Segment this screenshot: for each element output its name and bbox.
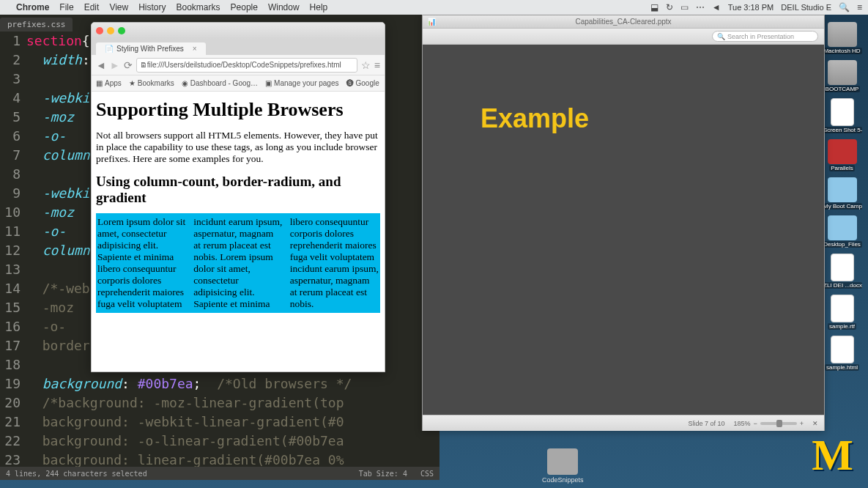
powerpoint-window: 📊 Capabilities_CA-Cleared.pptx 🔍 Search … xyxy=(422,15,825,431)
desktop-item[interactable]: Screen Shot 5-... AM.png xyxy=(822,98,862,133)
status-tabsize[interactable]: Tab Size: 4 xyxy=(359,470,407,478)
zoom-out-button[interactable]: − xyxy=(753,420,757,427)
bookmark-item[interactable]: ◉ Dashboard - Goog… xyxy=(182,79,258,87)
ppt-search-input[interactable]: 🔍 Search in Presentation xyxy=(712,31,818,42)
red-icon xyxy=(828,139,857,164)
volume-icon[interactable]: ◄ xyxy=(712,2,721,12)
folder-icon xyxy=(547,448,578,475)
browser-tab[interactable]: 📄 Styling With Prefixes × xyxy=(96,42,206,55)
desktop-label: Screen Shot 5-... AM.png xyxy=(822,127,862,133)
desktop-label: sample.html xyxy=(825,364,859,371)
page-h1: Supporting Multiple Browsers xyxy=(96,99,380,121)
bookmark-item[interactable]: 🅖 Google xyxy=(346,79,379,87)
desktop-item[interactable]: sample.html xyxy=(822,336,862,371)
tab-close-icon[interactable]: × xyxy=(193,45,197,53)
close-pane-icon[interactable]: ✕ xyxy=(812,420,818,427)
editor-tab[interactable]: prefixes.css xyxy=(0,18,73,32)
chrome-titlebar[interactable] xyxy=(92,23,385,39)
status-selection: 4 lines, 244 characters selected xyxy=(6,470,147,478)
url-text: file:///Users/deilstudioe/Desktop/CodeSn… xyxy=(147,61,341,69)
editor-gutter: 123456789101112131415161718192021222324 xyxy=(0,32,26,480)
menu-history[interactable]: History xyxy=(138,2,166,12)
slide-counter: Slide 7 of 10 xyxy=(688,420,724,427)
back-button[interactable]: ◄ xyxy=(96,59,106,71)
zoom-percent: 185% xyxy=(733,420,750,427)
tab-favicon: 📄 xyxy=(105,45,114,53)
ppt-title-text: Capabilities_CA-Cleared.pptx xyxy=(575,18,671,26)
desktop-item[interactable]: Parallels xyxy=(822,139,862,171)
desktop-label: Parallels xyxy=(829,165,855,171)
editor-statusbar: 4 lines, 244 characters selected Tab Siz… xyxy=(0,467,439,480)
page-columns: Lorem ipsum dolor sit amet, consectetur … xyxy=(96,213,380,313)
folder-icon xyxy=(828,177,857,202)
ppt-slide: Example xyxy=(444,58,803,410)
desktop-label: Macintosh HD xyxy=(822,48,861,54)
menu-bookmarks[interactable]: Bookmarks xyxy=(177,2,220,12)
michigan-logo: M xyxy=(812,430,853,481)
desktop-item[interactable]: sample.rtf xyxy=(822,295,862,330)
close-button[interactable] xyxy=(96,27,103,34)
bookmark-item[interactable]: ★ Bookmarks xyxy=(129,79,174,87)
ppt-slide-area[interactable]: Example xyxy=(423,45,824,415)
menubar-user[interactable]: DEIL Studio E xyxy=(781,3,831,12)
menubar-clock[interactable]: Tue 3:18 PM xyxy=(728,3,774,12)
desktop-label: sample.rtf xyxy=(828,323,856,330)
desktop-label: BOOTCAMP xyxy=(824,86,861,92)
chrome-window: 📄 Styling With Prefixes × ◄ ► ⟳ 🗎 file:/… xyxy=(91,22,385,372)
menu-help[interactable]: Help xyxy=(310,2,328,12)
bookmark-item[interactable]: ▣ Manage your pages xyxy=(265,79,338,87)
sync-icon[interactable]: ↻ xyxy=(666,2,673,12)
page-h2: Using column-count, border-radium, and g… xyxy=(96,174,380,206)
desktop-item[interactable]: My Boot Camp xyxy=(822,177,862,210)
file-icon xyxy=(831,336,854,363)
ppt-statusbar: Slide 7 of 10 185% − + ✕ xyxy=(423,415,824,431)
reload-button[interactable]: ⟳ xyxy=(124,59,133,71)
dock-folder-label: CodeSnippets xyxy=(542,476,584,484)
desktop-label: My Boot Camp xyxy=(822,203,862,210)
page-paragraph: Not all browsers support all HTML5 eleme… xyxy=(96,130,380,165)
zoom-slider[interactable] xyxy=(760,422,797,425)
dock-folder[interactable]: CodeSnippets xyxy=(542,448,584,484)
drive-icon xyxy=(828,60,857,85)
star-icon[interactable]: ☆ xyxy=(361,59,371,71)
ppt-titlebar[interactable]: 📊 Capabilities_CA-Cleared.pptx xyxy=(423,15,824,29)
browser-viewport: Supporting Multiple Browsers Not all bro… xyxy=(92,92,385,371)
menubar-app[interactable]: Chrome xyxy=(16,2,49,12)
file-icon xyxy=(831,98,854,126)
menu-icon[interactable]: ≡ xyxy=(374,59,380,71)
file-icon xyxy=(831,295,854,322)
desktop-label: ZLI DEI ...docx xyxy=(822,282,862,289)
spotlight-icon[interactable]: 🔍 xyxy=(839,2,850,12)
desktop-item[interactable]: ZLI DEI ...docx xyxy=(822,254,862,289)
ppt-toolbar: 🔍 Search in Presentation xyxy=(423,29,824,45)
zoom-in-button[interactable]: + xyxy=(800,420,804,427)
desktop-item[interactable]: Desktop_Files xyxy=(822,215,862,248)
mac-menubar: Chrome File Edit View History Bookmarks … xyxy=(0,0,868,15)
desktop-label: Desktop_Files xyxy=(822,241,862,248)
tab-title: Styling With Prefixes xyxy=(116,45,184,53)
file-icon: 🗎 xyxy=(140,61,147,69)
status-language[interactable]: CSS xyxy=(420,470,434,478)
wifi-icon[interactable]: ⋯ xyxy=(696,2,705,12)
folder-icon xyxy=(828,215,857,240)
desktop-icons: Macintosh HDBOOTCAMPScreen Shot 5-... AM… xyxy=(822,22,862,371)
slide-title-text: Example xyxy=(481,103,803,134)
display-icon[interactable]: ▭ xyxy=(680,2,689,12)
dropbox-icon[interactable]: ⬓ xyxy=(650,2,659,12)
menu-file[interactable]: File xyxy=(59,2,73,12)
minimize-button[interactable] xyxy=(107,27,114,34)
zoom-button[interactable] xyxy=(118,27,125,34)
forward-button[interactable]: ► xyxy=(110,59,120,71)
menu-people[interactable]: People xyxy=(231,2,258,12)
bookmark-apps[interactable]: ▦ Apps xyxy=(96,79,122,87)
menu-window[interactable]: Window xyxy=(268,2,300,12)
search-icon: 🔍 xyxy=(717,33,725,40)
menu-view[interactable]: View xyxy=(109,2,128,12)
notifications-icon[interactable]: ≡ xyxy=(857,2,862,12)
desktop-item[interactable]: Macintosh HD xyxy=(822,22,862,54)
address-bar[interactable]: 🗎 file:///Users/deilstudioe/Desktop/Code… xyxy=(136,58,357,73)
file-icon xyxy=(831,254,854,281)
menu-edit[interactable]: Edit xyxy=(84,2,100,12)
bookmarks-bar: ▦ Apps ★ Bookmarks ◉ Dashboard - Goog… ▣… xyxy=(92,75,385,92)
desktop-item[interactable]: BOOTCAMP xyxy=(822,60,862,92)
